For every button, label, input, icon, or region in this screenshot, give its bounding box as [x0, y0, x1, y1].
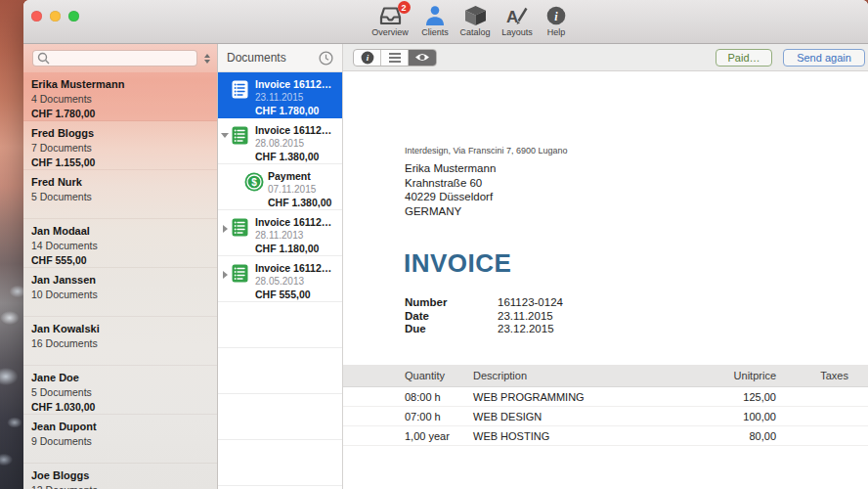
list-icon [388, 52, 402, 64]
invoice-doc-icon [232, 80, 255, 103]
eye-icon [414, 52, 430, 63]
meta-label-date: Date [405, 310, 498, 324]
overview-badge: 2 [398, 1, 411, 14]
view-mode-segmented-control: i [353, 49, 437, 67]
toolbar-layouts-button[interactable]: A Layouts [497, 4, 538, 37]
meta-value-due: 23.12.2015 [498, 323, 554, 336]
document-row-payment[interactable]: $ Payment 07.11.2015 CHF 1.380,00 [218, 164, 342, 210]
clients-sidebar: Erika Mustermann 4 Documents CHF 1.780,0… [23, 44, 218, 489]
clock-icon [319, 51, 333, 66]
minimize-window-button[interactable] [50, 11, 61, 22]
client-total: CHF 1.030,00 [31, 401, 209, 413]
svg-text:$: $ [251, 177, 257, 188]
empty-list-row [218, 302, 342, 348]
disclosure-collapsed-icon[interactable] [223, 225, 228, 233]
detail-pane: i [343, 44, 868, 489]
client-row-fred-nurk[interactable]: Fred Nurk 5 Documents [23, 170, 217, 219]
table-row: 08:00 h WEB PROGRAMMING 125,00 [343, 387, 868, 407]
detail-toolbar: i [343, 44, 868, 71]
traffic-lights [31, 11, 79, 22]
document-amount: CHF 1.380,00 [255, 151, 342, 162]
overview-tray-icon: 2 [377, 4, 404, 26]
recipient-street: Krahnstraße 60 [405, 176, 496, 191]
client-doc-count: 12 Documents [31, 484, 209, 489]
document-date: 28.08.2015 [255, 138, 342, 149]
client-doc-count: 4 Documents [31, 93, 209, 105]
send-again-button[interactable]: Send again [783, 49, 865, 67]
disclosure-expanded-icon[interactable] [221, 133, 229, 138]
client-doc-count: 5 Documents [31, 386, 209, 398]
empty-list-row [218, 440, 342, 486]
app-window: 2 Overview Clients [23, 0, 868, 489]
document-row-invoice-2[interactable]: Invoice 16112… 28.08.2015 CHF 1.380,00 [218, 118, 342, 164]
search-input[interactable] [32, 50, 197, 67]
payment-coin-icon: $ [244, 172, 268, 196]
paid-button[interactable]: Paid… [716, 49, 772, 67]
toolbar-catalog-button[interactable]: Catalog [454, 4, 497, 37]
client-row-joe-bloggs[interactable]: Joe Bloggs 12 Documents [23, 464, 217, 489]
client-doc-count: 14 Documents [31, 240, 209, 251]
client-row-erika-mustermann[interactable]: Erika Mustermann 4 Documents CHF 1.780,0… [23, 72, 217, 121]
document-date: 23.11.2015 [255, 92, 342, 103]
view-preview-segment[interactable] [409, 50, 436, 66]
document-title: Invoice 16112… [255, 262, 342, 274]
client-name: Jean Dupont [31, 421, 209, 432]
document-amount: CHF 1.180,00 [255, 243, 342, 254]
sort-button[interactable] [202, 54, 212, 64]
client-row-jan-janssen[interactable]: Jan Janssen 10 Documents [23, 268, 217, 317]
document-list: Invoice 16112… 23.11.2015 CHF 1.780,00 [218, 72, 342, 486]
client-total: CHF 1.155,00 [31, 156, 209, 168]
invoice-heading: INVOICE [404, 248, 511, 279]
table-header-row: Quantity Description Unitprice Taxes [343, 365, 868, 387]
main-toolbar: 2 Overview Clients [364, 4, 575, 37]
recipient-name: Erika Mustermann [405, 161, 496, 176]
client-name: Jan Janssen [31, 274, 209, 286]
client-row-jane-doe[interactable]: Jane Doe 5 Documents CHF 1.030,00 [23, 366, 217, 415]
client-row-jan-kowalski[interactable]: Jan Kowalski 16 Documents [23, 317, 217, 366]
toolbar-clients-label: Clients [421, 27, 449, 37]
documents-title: Documents [227, 51, 286, 65]
meta-value-date: 23.11.2015 [498, 310, 553, 324]
toolbar-catalog-label: Catalog [459, 27, 490, 37]
view-info-segment[interactable]: i [354, 50, 381, 66]
toolbar-clients-button[interactable]: Clients [416, 4, 454, 37]
header-description: Description [473, 370, 659, 381]
client-list: Erika Mustermann 4 Documents CHF 1.780,0… [23, 72, 217, 489]
document-row-invoice-4[interactable]: Invoice 16112… 28.05.2013 CHF 555,00 [218, 256, 342, 302]
client-row-jean-dupont[interactable]: Jean Dupont 9 Documents [23, 415, 217, 464]
clients-person-icon [424, 4, 446, 26]
document-row-invoice-1[interactable]: Invoice 16112… 23.11.2015 CHF 1.780,00 [218, 72, 342, 118]
disclosure-collapsed-icon[interactable] [223, 271, 228, 279]
search-icon [37, 52, 50, 65]
client-name: Fred Bloggs [31, 127, 209, 139]
client-doc-count: 9 Documents [31, 435, 209, 447]
window-content: Erika Mustermann 4 Documents CHF 1.780,0… [23, 44, 868, 489]
client-name: Fred Nurk [31, 176, 209, 188]
info-icon: i [361, 51, 374, 65]
zoom-window-button[interactable] [68, 11, 79, 22]
client-doc-count: 10 Documents [31, 289, 209, 300]
table-row: 1,00 year WEB HOSTING 80,00 [343, 426, 868, 446]
view-list-segment[interactable] [381, 50, 409, 66]
client-row-jan-modaal[interactable]: Jan Modaal 14 Documents CHF 555,00 [23, 219, 217, 268]
history-button[interactable] [319, 51, 333, 66]
recipient-country: GERMANY [405, 204, 496, 219]
sender-line: Interdesign, Via Franscini 7, 6900 Lugan… [405, 146, 567, 156]
document-date: 07.11.2015 [268, 184, 342, 195]
desktop-wallpaper: 2 Overview Clients [0, 0, 868, 489]
toolbar-overview-button[interactable]: 2 Overview [364, 4, 416, 37]
document-title: Invoice 16112… [255, 124, 342, 136]
toolbar-help-button[interactable]: i Help [538, 4, 575, 37]
toolbar-overview-label: Overview [371, 27, 409, 37]
close-window-button[interactable] [31, 11, 42, 22]
header-quantity: Quantity [405, 370, 473, 381]
document-row-invoice-3[interactable]: Invoice 16112… 28.11.2013 CHF 1.180,00 [218, 210, 342, 256]
client-total: CHF 555,00 [31, 254, 209, 266]
document-title: Invoice 16112… [255, 78, 342, 90]
titlebar[interactable]: 2 Overview Clients [23, 0, 868, 44]
invoice-preview: Interdesign, Via Franscini 7, 6900 Lugan… [343, 71, 868, 489]
client-row-fred-bloggs[interactable]: Fred Bloggs 7 Documents CHF 1.155,00 [23, 121, 217, 170]
document-date: 28.05.2013 [255, 276, 342, 287]
document-title: Payment [268, 170, 342, 182]
invoice-line-items-table: Quantity Description Unitprice Taxes 08:… [343, 365, 868, 446]
